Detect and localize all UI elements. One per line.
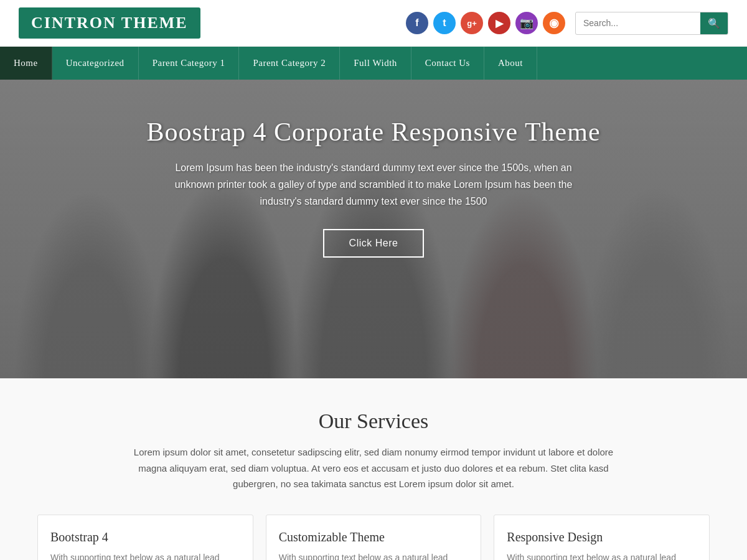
logo[interactable]: Cintron Theme (19, 7, 200, 39)
hero-description: Lorem Ipsum has been the industry's stan… (156, 159, 591, 210)
hero-content: Boostrap 4 Corporate Responsive Theme Lo… (0, 80, 747, 258)
nav-item-full-width[interactable]: Full Width (340, 47, 411, 80)
twitter-icon[interactable]: t (433, 12, 456, 34)
navbar: Home Uncategorized Parent Category 1 Par… (0, 47, 747, 80)
service-card-bootstrap: Bootstrap 4 With supporting text below a… (37, 515, 253, 561)
social-icons: f t g+ ▶ 📷 ◉ (406, 12, 565, 34)
nav-item-parent-category-2[interactable]: Parent Category 2 (239, 47, 340, 80)
nav-item-home[interactable]: Home (0, 47, 52, 80)
service-card-customizable: Customizable Theme With supporting text … (266, 515, 482, 561)
header: Cintron Theme f t g+ ▶ 📷 ◉ 🔍 (0, 0, 747, 47)
google-plus-icon[interactable]: g+ (461, 12, 483, 34)
services-title: Our Services (37, 409, 710, 433)
service-card-responsive: Responsive Design With supporting text b… (494, 515, 710, 561)
service-cards: Bootstrap 4 With supporting text below a… (37, 515, 710, 561)
search-input[interactable] (576, 13, 700, 33)
service-card-bootstrap-text: With supporting text below as a natural … (50, 551, 240, 561)
services-description: Lorem ipsum dolor sit amet, consetetur s… (125, 444, 622, 492)
nav-item-parent-category-1[interactable]: Parent Category 1 (139, 47, 240, 80)
search-button[interactable]: 🔍 (700, 12, 728, 34)
youtube-icon[interactable]: ▶ (488, 12, 510, 34)
nav-item-contact-us[interactable]: Contact Us (411, 47, 484, 80)
search-bar: 🔍 (575, 12, 728, 35)
header-right: f t g+ ▶ 📷 ◉ 🔍 (406, 12, 728, 35)
facebook-icon[interactable]: f (406, 12, 428, 34)
nav-item-about[interactable]: About (484, 47, 537, 80)
service-card-bootstrap-title: Bootstrap 4 (50, 530, 240, 544)
service-card-responsive-text: With supporting text below as a natural … (507, 551, 697, 561)
hero-cta-button[interactable]: Click Here (323, 229, 425, 258)
instagram-icon[interactable]: 📷 (515, 12, 538, 34)
service-card-responsive-title: Responsive Design (507, 530, 697, 544)
service-card-customizable-title: Customizable Theme (279, 530, 469, 544)
rss-icon[interactable]: ◉ (543, 12, 565, 34)
services-section: Our Services Lorem ipsum dolor sit amet,… (0, 378, 747, 560)
hero-title: Boostrap 4 Corporate Responsive Theme (25, 117, 722, 147)
service-card-customizable-text: With supporting text below as a natural … (279, 551, 469, 561)
logo-text: Cintron Theme (31, 14, 188, 32)
hero-section: Boostrap 4 Corporate Responsive Theme Lo… (0, 80, 747, 378)
nav-item-uncategorized[interactable]: Uncategorized (52, 47, 139, 80)
